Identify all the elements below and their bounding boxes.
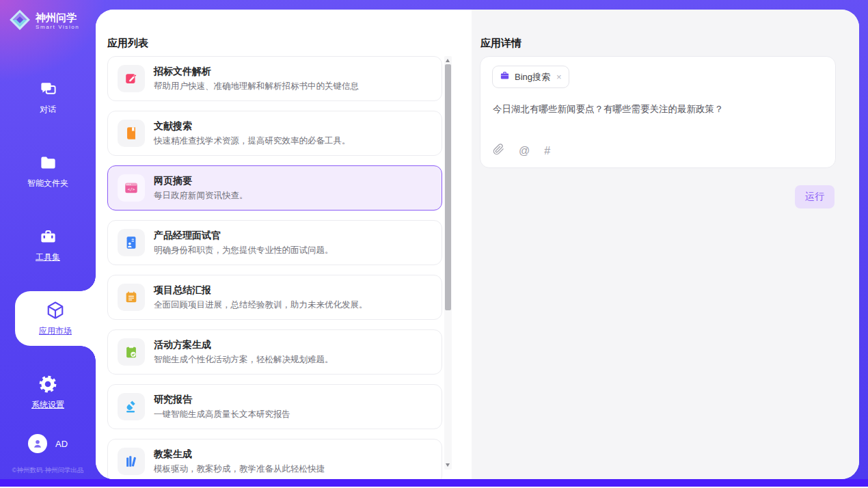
attachment-icon[interactable]	[493, 144, 504, 158]
sidebar-nav: 对话智能文件夹工具集应用市场系统设置	[0, 70, 96, 420]
books-icon	[118, 448, 145, 475]
brand-subtitle: Smart Vision	[36, 24, 79, 31]
app-card-research-report[interactable]: 研究报告一键智能生成高质量长文本研究报告	[107, 384, 442, 429]
gem-logo-icon	[8, 8, 31, 34]
microscope-icon	[118, 393, 145, 420]
person-icon	[31, 437, 44, 450]
user-initials: AD	[55, 439, 68, 449]
browser-code-icon: </>	[118, 174, 145, 202]
app-card-title: 产品经理面试官	[154, 230, 334, 242]
brand-logo: 神州问学 Smart Vision	[0, 0, 96, 34]
sidebar-item-toolset[interactable]: 工具集	[0, 217, 96, 272]
app-card-web-summary[interactable]: </>网页摘要每日政府新闻资讯快查。	[107, 165, 442, 211]
prompt-toolbar: @#	[493, 144, 550, 158]
chat-icon	[39, 79, 57, 99]
app-card-description: 明确身份和职责，为您提供专业性的面试问题。	[154, 245, 334, 256]
sidebar-item-chat[interactable]: 对话	[0, 70, 96, 124]
app-card-title: 项目总结汇报	[154, 284, 368, 297]
sidebar-item-app-market[interactable]: 应用市场	[15, 291, 96, 346]
bottom-accent-bar	[0, 479, 868, 487]
app-card-title: 网页摘要	[154, 175, 248, 187]
app-card-project-summary[interactable]: 项目总结汇报全面回顾项目进展，总结经验教训，助力未来优化发展。	[107, 275, 442, 320]
app-card-description: 快速精准查找学术资源，提高研究效率的必备工具。	[154, 135, 351, 147]
sidebar-item-label: 智能文件夹	[27, 178, 68, 189]
sidebar-item-label: 系统设置	[31, 399, 64, 411]
main-container: 应用列表 招标文件解析帮助用户快速、准确地理解和解析招标书中的关键信息文献搜索快…	[96, 10, 859, 479]
briefcase-icon	[500, 70, 510, 83]
app-card-description: 全面回顾项目进展，总结经验教训，助力未来优化发展。	[154, 299, 368, 311]
scroll-down-arrow-icon[interactable]	[446, 463, 450, 467]
toolbox-icon	[39, 226, 57, 247]
app-card-description: 帮助用户快速、准确地理解和解析招标书中的关键信息	[154, 81, 359, 92]
user-row[interactable]: AD	[0, 434, 96, 453]
gear-icon	[38, 374, 57, 394]
run-button[interactable]: 运行	[795, 185, 835, 208]
sidebar-item-label: 工具集	[36, 252, 60, 263]
scrollbar-thumb[interactable]	[445, 64, 451, 310]
app-card-title: 研究报告	[154, 394, 290, 406]
notepad-icon	[118, 284, 145, 311]
avatar[interactable]	[28, 434, 47, 453]
sidebar: 神州问学 Smart Vision 对话智能文件夹工具集应用市场系统设置 AD …	[0, 0, 96, 479]
svg-text:</>: </>	[128, 187, 135, 191]
cube-icon	[45, 300, 66, 321]
app-card-title: 文献搜索	[154, 120, 351, 133]
app-card-description: 智能生成个性化活动方案，轻松解决规划难题。	[154, 354, 334, 366]
hash-icon[interactable]: #	[544, 145, 550, 157]
app-detail-panel: 应用详情 Bing搜索 × 今日湖北有哪些新闻要点？有哪些需要关注的最新政策？ …	[472, 10, 859, 479]
app-card-lesson-plan-generator[interactable]: 教案生成模板驱动，教案秒成，教学准备从此轻松快捷	[107, 439, 442, 479]
book-icon	[118, 120, 145, 147]
app-card-literature-search[interactable]: 文献搜索快速精准查找学术资源，提高研究效率的必备工具。	[107, 111, 442, 156]
app-list-scrollbar[interactable]	[444, 56, 452, 470]
scroll-up-arrow-icon[interactable]	[446, 59, 450, 62]
sidebar-item-label: 对话	[40, 104, 56, 116]
sidebar-item-settings[interactable]: 系统设置	[0, 365, 96, 420]
app-card-event-plan-generator[interactable]: 活动方案生成智能生成个性化活动方案，轻松解决规划难题。	[107, 329, 442, 375]
brand-name: 神州问学	[36, 12, 79, 24]
tool-tag-label: Bing搜索	[515, 71, 550, 83]
app-card-title: 教案生成	[154, 448, 325, 461]
copyright-text: ©神州数码·神州问学出品	[0, 466, 96, 475]
resume-icon	[118, 229, 145, 256]
app-card-bid-document-analysis[interactable]: 招标文件解析帮助用户快速、准确地理解和解析招标书中的关键信息	[107, 56, 442, 101]
app-card-description: 每日政府新闻资讯快查。	[154, 190, 248, 202]
app-card-description: 一键智能生成高质量长文本研究报告	[154, 409, 290, 420]
edit-document-icon	[118, 65, 145, 92]
folder-icon	[39, 152, 57, 173]
mention-icon[interactable]: @	[519, 145, 530, 157]
prompt-text[interactable]: 今日湖北有哪些新闻要点？有哪些需要关注的最新政策？	[493, 103, 823, 116]
app-detail-title: 应用详情	[480, 37, 521, 50]
app-card-pm-interviewer[interactable]: 产品经理面试官明确身份和职责，为您提供专业性的面试问题。	[107, 220, 442, 265]
sidebar-item-smart-folders[interactable]: 智能文件夹	[0, 144, 96, 198]
tool-tag-bing-search[interactable]: Bing搜索 ×	[492, 66, 569, 88]
prompt-card[interactable]: Bing搜索 × 今日湖北有哪些新闻要点？有哪些需要关注的最新政策？ @#	[480, 56, 836, 168]
tag-close-icon[interactable]: ×	[555, 72, 562, 82]
app-card-description: 模板驱动，教案秒成，教学准备从此轻松快捷	[154, 463, 325, 475]
app-card-title: 招标文件解析	[154, 66, 359, 78]
app-list-title: 应用列表	[107, 37, 148, 50]
app-list: 招标文件解析帮助用户快速、准确地理解和解析招标书中的关键信息文献搜索快速精准查找…	[107, 56, 442, 479]
app-list-panel: 应用列表 招标文件解析帮助用户快速、准确地理解和解析招标书中的关键信息文献搜索快…	[96, 10, 472, 479]
sidebar-item-label: 应用市场	[39, 325, 72, 337]
clipboard-check-icon	[118, 338, 145, 366]
app-card-title: 活动方案生成	[154, 339, 334, 351]
